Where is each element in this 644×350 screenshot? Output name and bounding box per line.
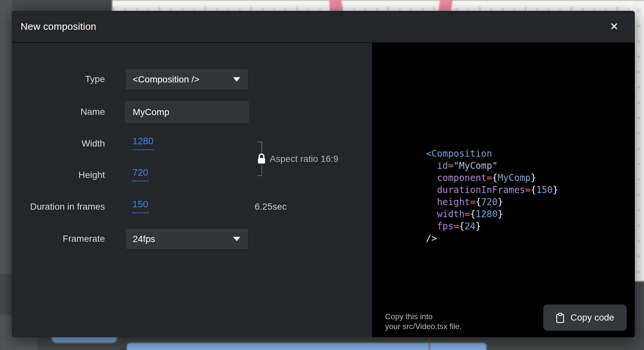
code-preview-panel: <Composition id="MyComp" component={MyCo…	[372, 43, 635, 337]
code-line: component={MyComp}	[426, 172, 558, 184]
code-block: <Composition id="MyComp" component={MyCo…	[426, 148, 558, 244]
dialog-title: New composition	[21, 21, 96, 32]
aspect-bracket-upper	[262, 142, 262, 153]
duration-value[interactable]: 150	[132, 199, 148, 213]
height-label: Height	[20, 170, 105, 180]
type-select-value: <Composition />	[133, 74, 199, 85]
lock-icon[interactable]	[257, 153, 266, 165]
height-value[interactable]: 720	[132, 167, 148, 182]
dialog-body: Type <Composition /> Name Width 1280 Hei…	[12, 43, 635, 337]
width-label: Width	[20, 138, 105, 149]
aspect-bracket-bottom	[257, 175, 262, 176]
width-value[interactable]: 1280	[132, 136, 154, 150]
type-select[interactable]: <Composition />	[125, 69, 248, 90]
name-input[interactable]	[125, 101, 248, 123]
new-composition-dialog: New composition ✕ Type <Composition /> N…	[12, 11, 635, 337]
code-line: id="MyComp"	[426, 160, 558, 172]
code-line: height={720}	[426, 196, 558, 208]
background-left-column-band	[0, 274, 12, 315]
framerate-select[interactable]: 24fps	[125, 228, 248, 250]
code-line: />	[426, 232, 558, 244]
copy-code-label: Copy code	[570, 312, 614, 323]
type-label: Type	[20, 74, 105, 84]
close-icon[interactable]: ✕	[606, 19, 622, 34]
framerate-select-value: 24fps	[133, 234, 155, 244]
chevron-down-icon	[233, 237, 240, 241]
copy-code-button[interactable]: Copy code	[543, 305, 627, 331]
dialog-titlebar: New composition ✕	[12, 11, 635, 43]
copy-hint: Copy this into your src/Video.tsx file.	[385, 312, 462, 331]
duration-seconds-readout: 6.25sec	[255, 201, 287, 212]
clipboard-icon	[556, 312, 565, 323]
background-right-column	[634, 0, 644, 282]
aspect-bracket-lower	[262, 165, 262, 176]
background-right-column-low	[634, 281, 644, 330]
framerate-label: Framerate	[20, 234, 105, 244]
code-line: fps={24}	[426, 220, 558, 232]
duration-label: Duration in frames	[20, 201, 105, 212]
aspect-ratio-label: Aspect ratio 16:9	[270, 154, 338, 164]
chevron-down-icon	[233, 77, 240, 81]
timeline-track-bar	[127, 343, 486, 350]
code-line: width={1280}	[426, 208, 558, 220]
copy-hint-line2: your src/Video.tsx file.	[385, 322, 462, 331]
name-label: Name	[20, 107, 105, 117]
code-line: <Composition	[426, 148, 558, 160]
composition-form: Type <Composition /> Name Width 1280 Hei…	[12, 43, 372, 337]
code-line: durationInFrames={150}	[426, 184, 558, 196]
copy-hint-line1: Copy this into	[385, 312, 462, 322]
